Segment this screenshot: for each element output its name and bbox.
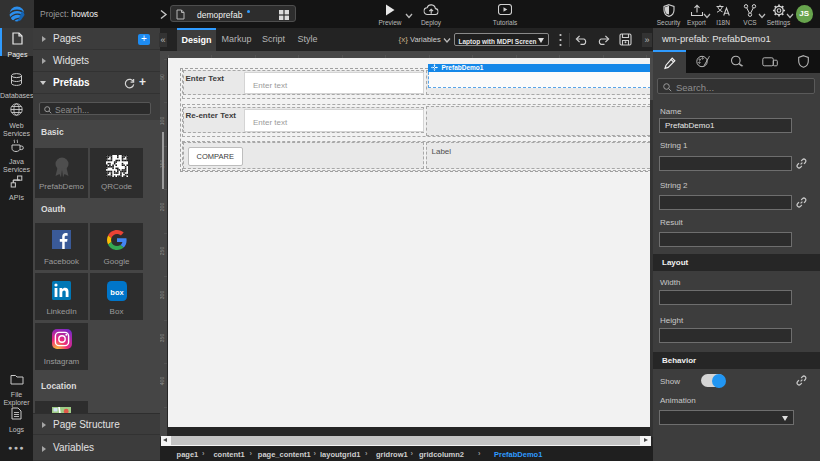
svg-text:box: box: [110, 287, 124, 296]
